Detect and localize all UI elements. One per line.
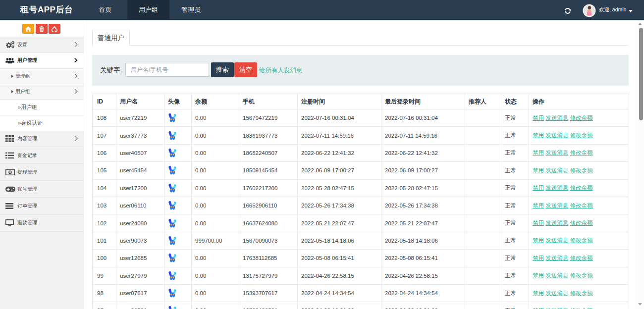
- svg-text:0: 0: [9, 170, 11, 174]
